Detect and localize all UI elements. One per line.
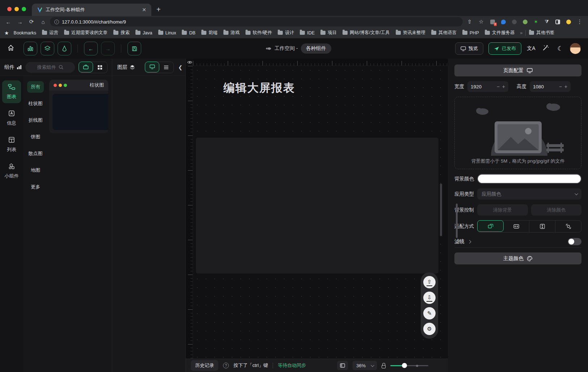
filter-toggle[interactable] xyxy=(568,238,581,245)
layers-panel-toggle-button[interactable] xyxy=(41,42,54,55)
chart-ring-progress[interactable] xyxy=(358,223,435,269)
fit-stretch-button[interactable] xyxy=(555,221,581,232)
category-item[interactable]: 饼图 xyxy=(27,131,44,143)
bookmark-folder[interactable]: PHP xyxy=(460,29,482,37)
extension-star-icon[interactable]: ✶ xyxy=(533,18,539,25)
chart-line-dual[interactable] xyxy=(200,182,277,222)
chart-capsule[interactable] xyxy=(358,141,435,181)
category-item[interactable]: 所有 xyxy=(27,81,44,93)
bookmark-folder[interactable]: 其他语言 xyxy=(429,29,459,37)
clear-color-button[interactable]: 清除颜色 xyxy=(531,204,582,216)
height-input[interactable]: 1080−+ xyxy=(530,81,571,92)
panel-scrollbar[interactable] xyxy=(456,204,458,238)
bookmark-folder[interactable]: Java xyxy=(133,29,155,37)
eye-icon[interactable] xyxy=(186,59,193,65)
bookmark-folder[interactable]: 设计 xyxy=(275,29,297,37)
chevron-right-icon[interactable] xyxy=(468,240,471,243)
undo-button[interactable]: ← xyxy=(84,42,98,55)
project-name-pill[interactable]: 各种组件 xyxy=(301,43,331,54)
bookmark-folder[interactable]: 网站/博客/文章/工具 xyxy=(340,29,392,37)
component-card[interactable]: 柱状图 xyxy=(49,80,108,133)
category-item[interactable]: 更多 xyxy=(27,181,44,193)
minimize-window-button[interactable] xyxy=(14,7,19,11)
fit-scale-button[interactable] xyxy=(477,220,504,232)
bookmark-folder[interactable]: 游戏 xyxy=(221,29,242,37)
app-home-icon[interactable] xyxy=(7,44,14,53)
dashboard-group[interactable] xyxy=(196,138,438,273)
app-type-select[interactable]: 应用颜色 xyxy=(477,188,581,200)
fit-height-button[interactable] xyxy=(529,221,555,232)
extension-green-icon[interactable] xyxy=(522,18,528,25)
width-input[interactable]: 1920−+ xyxy=(467,81,508,92)
zoom-select[interactable]: 36% xyxy=(353,361,377,370)
increment-icon[interactable]: + xyxy=(502,84,505,89)
forward-icon[interactable]: → xyxy=(15,19,25,25)
bookmark-folder[interactable]: 资讯未整理 xyxy=(393,29,428,37)
screen-title-text[interactable]: 编辑大屏报表 xyxy=(223,80,295,96)
import-button[interactable]: ⇩ xyxy=(423,292,436,304)
search-components-input[interactable]: 搜索组件 xyxy=(25,62,75,73)
browser-tab[interactable]: 工作空间-各种组件 ✕ xyxy=(32,4,151,16)
reload-icon[interactable]: ⟳ xyxy=(27,18,36,25)
edit-button[interactable]: ✎ xyxy=(423,307,436,319)
bookmarks-overflow-icon[interactable]: » xyxy=(518,30,525,35)
profile-avatar-icon[interactable] xyxy=(565,18,572,25)
bookmark-folder[interactable]: 前端 xyxy=(199,29,220,37)
home-icon[interactable]: ⌂ xyxy=(38,19,48,25)
vertical-scrollbar[interactable] xyxy=(440,184,442,236)
slider-knob[interactable] xyxy=(402,363,407,368)
chart-donut[interactable] xyxy=(279,223,356,269)
other-bookmarks[interactable]: 其他书签 xyxy=(526,29,557,37)
editor-canvas[interactable]: 编辑大屏报表 ⇧ ⇩ ✎ ⚙ 历史记录 ? 按下了「ctrl」键 xyxy=(186,59,448,372)
tab-close-icon[interactable]: ✕ xyxy=(140,7,148,13)
bg-color-swatch[interactable] xyxy=(477,174,581,184)
clear-background-button[interactable]: 清除背景 xyxy=(477,204,528,216)
bookmarks-star-icon[interactable]: ★ xyxy=(4,30,9,36)
magic-wand-icon[interactable] xyxy=(541,45,550,53)
dark-mode-moon-icon[interactable]: ☾ xyxy=(555,45,565,53)
charts-panel-toggle-button[interactable] xyxy=(24,42,37,55)
category-item[interactable]: 折线图 xyxy=(25,114,46,126)
category-item[interactable]: 散点图 xyxy=(25,148,46,159)
site-info-icon[interactable]: i xyxy=(54,20,59,24)
zoom-slider[interactable] xyxy=(390,363,428,368)
share-icon[interactable]: ⇧ xyxy=(465,18,474,25)
publish-button[interactable]: 已发布 xyxy=(488,42,521,55)
bookmark-folder[interactable]: 项目 xyxy=(318,29,339,37)
bookmark-folder[interactable]: 运营 xyxy=(39,29,61,37)
extension-dark-icon[interactable] xyxy=(511,18,517,25)
browser-menu-icon[interactable]: ⋮ xyxy=(575,18,584,25)
sidebar-item-widget[interactable]: 小组件 xyxy=(2,160,21,183)
design-board[interactable]: 编辑大屏报表 xyxy=(193,66,448,359)
close-window-button[interactable] xyxy=(7,7,12,11)
increment-icon[interactable]: + xyxy=(564,84,567,89)
preview-button[interactable]: 预览 xyxy=(455,42,483,55)
list-view-button[interactable] xyxy=(159,62,173,73)
lock-icon[interactable] xyxy=(382,365,386,368)
chart-line-area[interactable] xyxy=(358,182,435,222)
redo-button[interactable]: → xyxy=(101,42,115,55)
sidebar-item-info[interactable]: 信息 xyxy=(2,107,21,130)
address-bar[interactable]: i 127.0.0.1:3000/#/chart/home/9 xyxy=(50,17,463,26)
bookmark-folder[interactable]: 搜索 xyxy=(111,29,132,37)
extension-pin-icon[interactable]: 9 xyxy=(489,18,496,25)
bookmark-folder[interactable]: 文件服务器 xyxy=(482,29,517,37)
bookmark-folder[interactable]: 软件/硬件 xyxy=(243,29,274,37)
help-icon[interactable]: ? xyxy=(223,363,229,368)
category-item[interactable]: 柱状图 xyxy=(25,98,46,109)
window-controls[interactable] xyxy=(0,7,32,16)
language-switch-icon[interactable]: 文A xyxy=(526,45,536,52)
single-view-button[interactable] xyxy=(79,62,93,72)
grid-view-button[interactable] xyxy=(93,62,107,73)
chart-line-single[interactable] xyxy=(279,182,356,222)
bookmark-folder[interactable]: DB xyxy=(179,29,198,37)
sidebar-toggle-icon[interactable] xyxy=(554,18,561,25)
collapse-layers-icon[interactable]: ❮ xyxy=(178,64,182,70)
new-tab-button[interactable]: + xyxy=(151,5,166,16)
chart-line-gradient-area[interactable] xyxy=(200,223,277,269)
decrement-icon[interactable]: − xyxy=(559,84,562,89)
thumbnail-view-button[interactable] xyxy=(145,62,159,72)
bookmarks-label[interactable]: Bookmarks xyxy=(11,29,39,37)
sidebar-item-table[interactable]: 列表 xyxy=(2,133,21,156)
settings-gear-button[interactable]: ⚙ xyxy=(423,323,436,335)
